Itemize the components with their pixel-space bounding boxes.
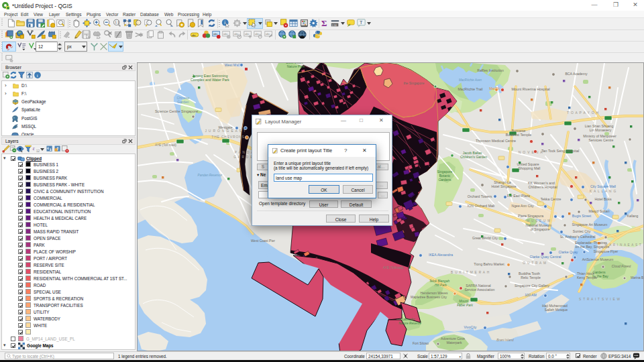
svg-text:abc: abc [213,32,218,36]
svg-text:Bugis Street: Bugis Street [572,214,592,218]
svg-text:Mount: Mount [459,300,468,303]
svg-text:Fort Siloso: Fort Siloso [413,341,429,345]
svg-text:Plaza Singapura: Plaza Singapura [518,214,543,218]
svg-text:Hotel Singapore: Hotel Singapore [491,184,516,188]
svg-text:Singapore Flyer: Singapore Flyer [594,249,619,253]
svg-text:St. Andrew's Cathedral: St. Andrew's Cathedral [560,235,596,239]
svg-text:abc: abc [245,32,250,36]
svg-text:Singapore Art Museum: Singapore Art Museum [572,223,608,227]
svg-text:MacRitchie Trail: MacRitchie Trail [458,87,483,91]
svg-text:Orchard Towers: Orchard Towers [468,194,492,198]
svg-text:Relic Temple: Relic Temple [521,276,541,280]
svg-text:Hill Park: Hill Park [435,284,447,287]
svg-text:Gardens: Gardens [438,178,451,182]
svg-text:Ngee Ann City: Ngee Ann City [511,204,534,208]
svg-text:K A L L A N G: K A L L A N G [590,189,616,193]
svg-text:VivoCity: VivoCity [464,325,477,329]
svg-text:abc: abc [266,32,270,36]
svg-text:M U S E U M: M U S E U M [527,219,551,223]
svg-text:Services Centre: Services Centre [589,138,614,142]
svg-text:Faber Park: Faber Park [457,304,473,307]
svg-text:abc: abc [255,32,260,36]
svg-text:Tan Tock Seng Hospital: Tan Tock Seng Hospital [541,149,579,153]
svg-text:Tiong Bahru Market: Tiong Bahru Market [474,262,504,266]
svg-text:Singapore City Gallery: Singapore City Gallery [515,284,549,288]
svg-text:1:1: 1:1 [115,21,119,24]
svg-text:BCA Academy: BCA Academy [565,72,588,76]
svg-text:Buddhist Temple: Buddhist Temple [506,133,531,137]
svg-text:Labrador: Labrador [402,318,415,321]
svg-text:West Coast Pier: West Coast Pier [251,239,275,243]
svg-text:the Singapore: the Singapore [403,81,424,85]
svg-text:Complex and Water Park: Complex and Water Park [191,78,229,82]
svg-text:Great World City: Great World City [472,236,498,240]
svg-text:i: i [37,73,38,78]
svg-text:Thomson Medical Centre: Thomson Medical Centre [476,139,516,143]
svg-text:Masjid Sultan: Masjid Sultan [588,209,609,213]
svg-text:Waterpark: Waterpark [447,341,462,345]
svg-text:T: T [360,19,363,25]
svg-text:i: i [224,19,225,25]
svg-text:O U T R A M: O U T R A M [523,261,547,265]
svg-text:West Mall: West Mall [225,63,240,67]
svg-text:Pandan Reservoir: Pandan Reservoir [198,174,223,177]
svg-text:ArtScience Museum: ArtScience Museum [582,257,613,261]
svg-text:B U K I T M E R A H: B U K I T M E R A H [451,271,490,274]
svg-text:N O V E N A: N O V E N A [519,150,543,154]
svg-text:Clarke Quay Central: Clarke Quay Central [530,255,561,259]
svg-text:City Square Mall: City Square Mall [590,184,616,188]
svg-text:of Singapore: of Singapore [531,227,550,231]
svg-text:Children's Hospital: Children's Hospital [528,185,557,189]
svg-text:Raffles Institution: Raffles Institution [477,68,504,72]
svg-text:T O A P A Y O H: T O A P A Y O H [567,111,599,115]
svg-text:abc: abc [223,32,228,36]
svg-text:MacRitchie Aven: MacRitchie Aven [459,78,482,82]
svg-text:M A R I N A E A S T: M A R I N A E A S T [605,243,642,247]
svg-text:Mapletree Business City: Mapletree Business City [411,295,447,299]
svg-text:Lin Monastery: Lin Monastery [590,128,612,132]
svg-text:Garden: Garden [177,100,189,104]
svg-text:THE CHEVRONS: THE CHEVRONS [211,135,244,139]
svg-text:abc: abc [192,34,197,37]
svg-text:2.34: 2.34 [332,24,337,27]
svg-text:Nature Park: Nature Park [287,64,305,68]
svg-text:100 AM: 100 AM [525,293,537,297]
svg-text:Brani Island: Brani Island [496,339,514,342]
svg-text:Nature Reserve: Nature Reserve [398,322,421,325]
svg-text:Shopping Mall: Shopping Mall [519,166,541,170]
svg-text:Hotel Boss: Hotel Boss [594,197,611,201]
svg-text:AYE (Toll road): AYE (Toll road) [155,143,176,147]
svg-text:Service Association: Service Association [465,288,495,292]
svg-text:AYE (Tollroad): AYE (Tollroad) [383,266,404,269]
svg-text:IKEA Alexandra: IKEA Alexandra [429,253,453,257]
svg-text:S T R A I T S V I E W: S T R A I T S V I E W [579,298,621,301]
svg-text:Kallang: Kallang [627,214,639,218]
svg-text:Cloud Forest: Cloud Forest [612,264,631,268]
svg-text:Salleh Mosque: Salleh Mosque [545,308,568,312]
svg-text:abc: abc [234,32,239,36]
svg-text:Mount Riverina Hospital: Mount Riverina Hospital [511,87,549,91]
svg-text:Telok Blangah: Telok Blangah [429,280,450,283]
svg-text:ε: ε [33,145,35,152]
svg-text:Keng Temple: Keng Temple [577,276,597,280]
svg-text:Science Centre Singapore: Science Centre Singapore [155,109,198,113]
svg-text:Children's Garden: Children's Garden [460,155,487,159]
svg-text:Westgate: Westgate [218,125,232,129]
svg-text:Suntec City: Suntec City [573,229,591,233]
svg-text:Marina B..: Marina B.. [631,276,643,280]
svg-text:Tekka Centre: Tekka Centre [541,197,561,201]
svg-text:ION Orchard Mall: ION Orchard Mall [468,204,494,208]
svg-text:Clarke Quay: Clarke Quay [559,250,578,254]
svg-text:MacRit: MacRit [489,86,500,90]
